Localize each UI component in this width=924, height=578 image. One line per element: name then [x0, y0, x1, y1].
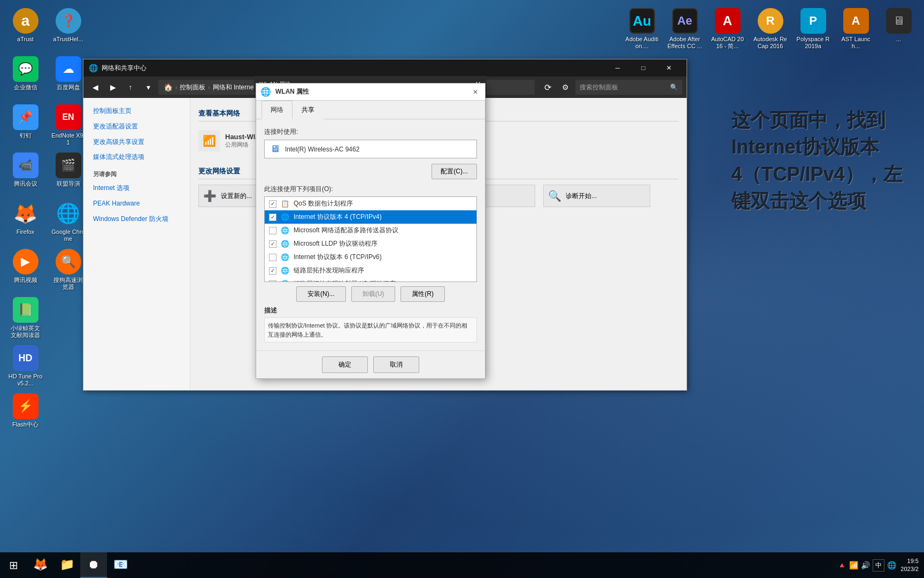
adapter-name: Intel(R) Wireless-AC 9462: [285, 146, 359, 153]
taskbar-firefox[interactable]: 🦊: [27, 552, 53, 578]
taskbar-explorer[interactable]: 📁: [53, 552, 80, 578]
network-haust: 📶 Haust-Wlan 公用网络: [198, 126, 264, 156]
item-icon-multipath: 🌐: [281, 226, 289, 235]
maximize-button[interactable]: □: [631, 59, 656, 77]
list-item-lltd-mapper[interactable]: 🌐 链路层拓扑发现映射器 I/O 驱动程序: [265, 277, 476, 282]
minimize-button[interactable]: ─: [605, 59, 630, 77]
desktop-icon-green-reader[interactable]: 📗 小绿鲸英文文献阅读器: [5, 294, 45, 341]
desktop-icon-tencent-meeting[interactable]: 📹 腾讯会议: [5, 150, 45, 190]
search-box[interactable]: 搜索控制面板 🔍: [575, 80, 682, 95]
home-icon: 🏠: [164, 83, 173, 92]
tray-chevron[interactable]: 🔺: [837, 561, 846, 569]
nav-adapter[interactable]: 更改适配器设置: [89, 119, 184, 134]
list-item-qos[interactable]: 📋 QoS 数据包计划程序: [265, 197, 476, 210]
wlan-dialog: 🌐 WLAN 属性 ✕ 网络 共享 连接时使用: 🖥 Intel(R) Wire…: [256, 83, 486, 379]
desktop-icon-tencent-video[interactable]: ▶ 腾讯视频: [5, 246, 45, 286]
desktop-icon-enterprise-weibo[interactable]: 💬 企业微信: [5, 54, 45, 94]
checkbox-lltd-responder[interactable]: [269, 267, 276, 275]
desktop-icon-adobe-audition[interactable]: Au Adobe Audition....: [622, 5, 662, 52]
ok-button[interactable]: 确定: [322, 356, 368, 373]
tray-sound[interactable]: 🔊: [861, 561, 870, 569]
desktop-icon-google-chrome[interactable]: 🌐 Google Chrome: [48, 198, 88, 245]
dialog-footer: 确定 取消: [256, 351, 485, 378]
list-item-lltd-responder[interactable]: 🌐 链路层拓扑发现响应程序: [265, 264, 476, 277]
desktop-icon-atrust-help[interactable]: ❓ aTrustHel...: [48, 5, 88, 45]
recent-button[interactable]: ▾: [141, 80, 156, 95]
list-item-lldp[interactable]: 🌐 Microsoft LLDP 协议驱动程序: [265, 237, 476, 250]
adapter-icon: 🖥: [270, 143, 280, 155]
checkbox-ipv6[interactable]: [269, 254, 276, 261]
tab-share[interactable]: 共享: [292, 101, 324, 119]
also-see-title: 另请参阅: [89, 165, 184, 180]
cancel-button[interactable]: 取消: [373, 356, 419, 373]
tray-ime[interactable]: 中: [873, 559, 884, 572]
properties-button[interactable]: 属性(R): [401, 286, 445, 302]
taskbar-obs[interactable]: ⏺: [80, 552, 107, 578]
uninstall-button[interactable]: 卸载(U): [351, 286, 396, 302]
desktop-icon-baidu-disk[interactable]: ☁ 百度网盘: [48, 54, 88, 94]
refresh-button[interactable]: ⟳: [540, 80, 555, 95]
desktop-icon-polyspace[interactable]: P Polyspace R2019a: [793, 5, 833, 52]
settings-button[interactable]: ⚙: [558, 80, 573, 95]
taskbar-clock[interactable]: 19:5 2023/2: [900, 557, 919, 574]
dialog-tabs: 网络 共享: [256, 101, 485, 119]
taskbar-apps: 🦊 📁 ⏺ 📧: [27, 552, 832, 578]
breadcrumb-panel[interactable]: 控制面板: [180, 83, 205, 92]
network-icon: 🌐: [89, 64, 97, 72]
desktop-icon-extra[interactable]: 🖥 ...: [879, 5, 919, 52]
list-item-ipv6[interactable]: 🌐 Internet 协议版本 6 (TCP/IPv6): [265, 250, 476, 264]
desktop-icon-autodesk-recap[interactable]: R Autodesk ReCap 2016: [750, 5, 790, 52]
desktop-icon-atrust[interactable]: a aTrust: [5, 5, 45, 45]
config-button[interactable]: 配置(C)...: [432, 164, 477, 179]
desktop-icon-ding[interactable]: 📌 钉钉: [5, 102, 45, 142]
nav-sharing[interactable]: 更改高级共享设置: [89, 134, 184, 150]
item-icon-lldp: 🌐: [281, 240, 289, 248]
desktop-icon-sogou[interactable]: 🔍 搜狗高速浏览器: [48, 246, 88, 293]
window-title: 网络和共享中心: [102, 64, 605, 73]
dialog-title-icon: 🌐: [260, 87, 271, 97]
desktop-icon-flash-center[interactable]: ⚡ Flash中心: [5, 391, 45, 431]
nav-internet-options[interactable]: Internet 选项: [89, 180, 184, 196]
checkbox-ipv4[interactable]: [269, 214, 276, 221]
checkbox-lldp[interactable]: [269, 240, 276, 248]
tray-network[interactable]: 📶: [849, 561, 858, 569]
description-label: 描述: [264, 306, 477, 315]
set-new-icon: ➕: [203, 189, 217, 202]
desktop-icon-firefox[interactable]: 🦊 Firefox: [5, 198, 45, 238]
window-titlebar: 🌐 网络和共享中心 ─ □ ✕: [83, 59, 687, 77]
desktop-icon-autocad[interactable]: A AutoCAD 2016 - 简...: [707, 5, 748, 52]
nav-home[interactable]: 控制面板主页: [89, 103, 184, 119]
close-button[interactable]: ✕: [657, 59, 681, 77]
desktop-icon-endnote[interactable]: EN EndNote X9.1: [48, 102, 88, 149]
item-icon-qos: 📋: [281, 200, 289, 208]
desktop-icon-adobe-after[interactable]: Ae Adobe After Effects CC ...: [665, 5, 705, 52]
breadcrumb-network[interactable]: 网络和 Internet: [213, 83, 256, 92]
diagnose-btn[interactable]: 🔍 诊断开始...: [543, 185, 650, 207]
item-icon-ipv6: 🌐: [281, 253, 289, 262]
forward-button[interactable]: ▶: [105, 80, 120, 95]
start-button[interactable]: ⊞: [0, 552, 27, 578]
nav-peak-hardware[interactable]: PEAK Hardware: [89, 196, 184, 211]
nav-media[interactable]: 媒体流式处理选项: [89, 149, 184, 165]
checkbox-multipath[interactable]: [269, 227, 276, 234]
taskbar-email[interactable]: 📧: [107, 552, 134, 578]
item-icon-lltd-responder: 🌐: [281, 267, 289, 275]
tray-network2[interactable]: 🌐: [887, 561, 896, 569]
desktop-icon-league-guide[interactable]: 🎬 联盟导演: [48, 150, 88, 190]
up-button[interactable]: ↑: [123, 80, 138, 95]
list-item-multipath[interactable]: 🌐 Microsoft 网络适配器多路传送器协议: [265, 224, 476, 237]
dialog-titlebar: 🌐 WLAN 属性 ✕: [256, 83, 485, 101]
checkbox-lltd-mapper[interactable]: [269, 280, 276, 282]
back-button[interactable]: ◀: [88, 80, 103, 95]
checkbox-qos[interactable]: [269, 200, 276, 208]
items-label: 此连接使用下列项目(O):: [264, 185, 477, 194]
desktop-icon-hd-tune[interactable]: HD HD Tune Pro v5.2...: [5, 343, 45, 390]
tab-network[interactable]: 网络: [261, 101, 292, 119]
items-list: 📋 QoS 数据包计划程序 🌐 Internet 协议版本 4 (TCP/IPv…: [265, 197, 476, 282]
desktop-icon-ast-launch[interactable]: A AST Launch...: [836, 5, 876, 52]
dialog-action-row: 安装(N)... 卸载(U) 属性(R): [264, 286, 477, 302]
install-button[interactable]: 安装(N)...: [296, 286, 346, 302]
list-item-ipv4[interactable]: 🌐 Internet 协议版本 4 (TCP/IPv4): [265, 210, 476, 224]
nav-windows-defender[interactable]: Windows Defender 防火墙: [89, 211, 184, 227]
dialog-close-button[interactable]: ✕: [470, 87, 481, 97]
